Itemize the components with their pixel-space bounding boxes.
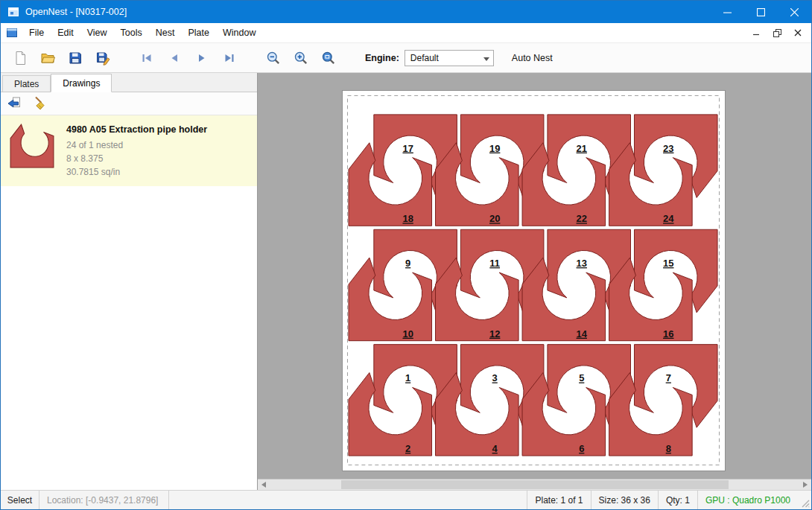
part-number-9: 9: [405, 258, 410, 269]
nav-previous-button[interactable]: [162, 46, 186, 70]
nav-next-button[interactable]: [190, 46, 214, 70]
status-size: Size: 36 x 36: [591, 491, 658, 509]
part-number-5: 5: [579, 372, 584, 383]
zoom-in-icon: [294, 51, 308, 66]
zoom-fit-icon: [321, 51, 336, 66]
drawing-list-empty-space: [1, 186, 257, 490]
close-button[interactable]: [778, 1, 811, 23]
drawing-nested-count: 24 of 1 nested: [66, 138, 207, 152]
mdi-minimize-button[interactable]: [746, 25, 766, 40]
save-button[interactable]: [63, 46, 87, 70]
part-number-14: 14: [577, 328, 588, 340]
nav-first-button[interactable]: [135, 46, 159, 70]
mdi-close-icon: [794, 29, 802, 36]
drawings-toolbar: [1, 92, 257, 115]
menu-item-plate[interactable]: Plate: [181, 24, 216, 42]
clean-button[interactable]: [31, 94, 50, 113]
engine-select[interactable]: Default: [405, 50, 494, 66]
engine-label: Engine:: [365, 53, 399, 63]
statusbar: Select Location: [-0.9437, 21.8796] Plat…: [1, 490, 811, 509]
horizontal-scrollbar[interactable]: [258, 479, 811, 490]
window-title: OpenNest - [N0317-002]: [25, 7, 127, 17]
part-number-7: 7: [666, 372, 671, 383]
mdi-window-buttons: [746, 25, 808, 40]
part-number-24: 24: [663, 213, 674, 224]
status-right-group: Plate: 1 of 1 Size: 36 x 36 Qty: 1 GPU :…: [527, 491, 811, 509]
plate[interactable]: 171819202122232491011121314151612345678: [342, 90, 726, 471]
status-plate: Plate: 1 of 1: [527, 491, 590, 509]
part-number-22: 22: [577, 213, 587, 224]
maximize-icon: [757, 8, 765, 16]
resize-grip-icon[interactable]: [798, 491, 811, 509]
canvas-column: 171819202122232491011121314151612345678: [258, 73, 811, 490]
status-qty: Qty: 1: [658, 491, 697, 509]
drawing-meta: 4980 A05 Extraction pipe holder 24 of 1 …: [66, 121, 207, 179]
open-folder-icon: [40, 51, 55, 66]
drawing-list-item[interactable]: 4980 A05 Extraction pipe holder 24 of 1 …: [1, 115, 257, 186]
drawing-area: 30.7815 sq/in: [66, 165, 207, 179]
status-location: Location: [-0.9437, 21.8796]: [39, 491, 169, 509]
menu-item-view[interactable]: View: [80, 24, 114, 42]
app-icon: [7, 6, 19, 18]
part-number-2: 2: [405, 443, 410, 454]
part-number-16: 16: [663, 328, 673, 340]
zoom-out-icon: [266, 51, 281, 66]
save-edit-icon: [95, 51, 110, 66]
open-button[interactable]: [36, 46, 60, 70]
status-gpu: GPU : Quadro P1000: [697, 491, 798, 509]
sidebar: Plates Drawings: [1, 73, 258, 490]
status-mode: Select: [1, 491, 39, 509]
zoom-in-button[interactable]: [289, 46, 313, 70]
part-number-13: 13: [577, 258, 587, 269]
toolbar: Engine: Default Auto Nest: [1, 43, 811, 73]
mdi-restore-button[interactable]: [767, 25, 787, 40]
minimize-button[interactable]: [711, 1, 744, 23]
drawing-title: 4980 A05 Extraction pipe holder: [66, 123, 207, 137]
zoom-fit-button[interactable]: [317, 46, 340, 70]
broom-icon: [33, 96, 48, 111]
part-number-23: 23: [663, 143, 673, 154]
menu-item-edit[interactable]: Edit: [51, 24, 80, 42]
mdi-close-button[interactable]: [788, 25, 808, 40]
tab-plates[interactable]: Plates: [2, 75, 51, 92]
nav-last-icon: [223, 51, 236, 65]
part-number-1: 1: [405, 372, 410, 383]
part-number-17: 17: [402, 143, 413, 154]
zoom-out-button[interactable]: [261, 46, 285, 70]
close-icon: [790, 8, 799, 16]
part-number-8: 8: [666, 443, 671, 454]
mdi-minimize-icon: [752, 29, 760, 36]
import-drawing-button[interactable]: [4, 94, 24, 113]
nav-last-button[interactable]: [218, 46, 241, 70]
nav-first-icon: [140, 51, 153, 65]
mdi-restore-icon: [773, 29, 781, 37]
horizontal-scrollbar-thumb[interactable]: [341, 480, 729, 489]
menu-item-window[interactable]: Window: [216, 24, 262, 42]
scroll-right-button[interactable]: [799, 479, 811, 490]
part-number-3: 3: [492, 372, 498, 383]
scroll-left-button[interactable]: [258, 479, 270, 490]
main-area: Plates Drawings: [1, 73, 811, 490]
part-number-4: 4: [492, 443, 498, 454]
auto-nest-button[interactable]: Auto Nest: [512, 53, 553, 63]
app-window: OpenNest - [N0317-002] FileEditViewTools…: [0, 0, 812, 510]
drawing-thumbnail: [5, 121, 59, 170]
new-button[interactable]: [8, 46, 32, 70]
part-number-11: 11: [489, 258, 500, 269]
menu-item-file[interactable]: File: [22, 24, 51, 42]
maximize-button[interactable]: [744, 1, 778, 23]
part-number-19: 19: [489, 143, 500, 154]
minimize-icon: [723, 8, 732, 16]
menu-item-tools[interactable]: Tools: [114, 24, 149, 42]
menu-item-nest[interactable]: Nest: [149, 24, 182, 42]
nav-next-icon: [195, 51, 209, 65]
tab-drawings[interactable]: Drawings: [51, 74, 112, 92]
sidebar-tabstrip: Plates Drawings: [1, 73, 257, 92]
engine-selected-value: Default: [410, 53, 439, 63]
save-edit-button[interactable]: [91, 46, 115, 70]
import-drawing-icon: [7, 96, 22, 111]
part-number-6: 6: [579, 443, 584, 454]
nest-canvas[interactable]: 171819202122232491011121314151612345678: [258, 73, 811, 479]
nav-previous-icon: [168, 51, 181, 65]
drawing-size: 8 x 8.375: [66, 152, 207, 165]
